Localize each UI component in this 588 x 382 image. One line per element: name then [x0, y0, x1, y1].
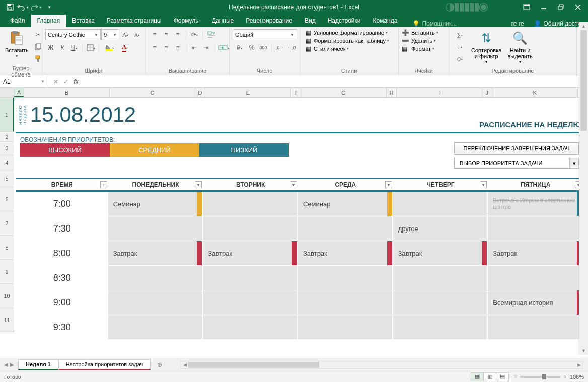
decrease-font-icon[interactable]: A▾	[131, 29, 142, 40]
redo-icon[interactable]: ▼	[30, 2, 42, 13]
schedule-cell[interactable]	[203, 266, 297, 290]
column-day[interactable]: ПЯТНИЦА▾▾	[488, 179, 583, 190]
schedule-cell[interactable]: Завтрак	[488, 241, 582, 265]
align-left-icon[interactable]: ≡	[149, 42, 160, 53]
priority-select[interactable]: ВЫБОР ПРИОРИТЕТА ЗАДАЧИ▾	[454, 158, 579, 169]
horizontal-scrollbar[interactable]: ◀ ▶	[181, 361, 583, 369]
find-select-button[interactable]: 🔍 Найти и выделить▼	[505, 29, 534, 65]
schedule-cell[interactable]	[298, 216, 392, 241]
row-header[interactable]: 6	[0, 187, 14, 211]
minimize-icon[interactable]	[536, 2, 552, 13]
zoom-level[interactable]: 106%	[570, 374, 584, 380]
schedule-cell[interactable]	[203, 216, 297, 241]
zoom-slider[interactable]	[520, 376, 560, 378]
align-middle-icon[interactable]: ≡	[161, 29, 172, 40]
filter-icon[interactable]: ▾	[480, 181, 487, 188]
schedule-cell[interactable]	[108, 290, 202, 315]
row-header[interactable]: 9	[0, 260, 14, 284]
schedule-cell[interactable]	[298, 315, 392, 339]
increase-font-icon[interactable]: A▴	[120, 29, 131, 40]
col-header[interactable]: C	[110, 88, 195, 97]
schedule-cell[interactable]	[108, 315, 202, 339]
scroll-right-icon[interactable]: ▶	[575, 361, 582, 368]
schedule-cell[interactable]: Завтрак	[298, 241, 392, 265]
zoom-out-icon[interactable]: −	[514, 374, 517, 380]
comma-format-icon[interactable]: 000	[258, 42, 269, 53]
schedule-cell[interactable]	[108, 266, 202, 290]
restore-icon[interactable]	[553, 2, 569, 13]
filter-icon[interactable]: ↕	[100, 181, 107, 188]
enter-formula-icon[interactable]: ✓	[61, 78, 70, 85]
column-day[interactable]: ВТОРНИК▾	[203, 179, 298, 190]
align-bottom-icon[interactable]: ≡	[172, 29, 183, 40]
select-all-corner[interactable]	[0, 88, 14, 97]
normal-view-icon[interactable]: ▦	[471, 372, 484, 381]
row-header[interactable]: 5	[0, 170, 14, 187]
tab-team[interactable]: Команда	[367, 15, 404, 27]
underline-button[interactable]: Ч▾	[68, 42, 80, 53]
page-break-view-icon[interactable]: ▤	[496, 372, 509, 381]
sort-filter-button[interactable]: ⇅ Сортировка и фильтр▼	[469, 29, 503, 65]
col-header[interactable]: F	[291, 88, 301, 97]
time-cell[interactable]: 7:00	[16, 192, 108, 216]
row-header[interactable]: 10	[0, 284, 14, 308]
col-header[interactable]: E	[205, 88, 291, 97]
schedule-cell[interactable]: Семинар	[108, 192, 202, 216]
format-cells-button[interactable]: ▦Формат▾	[402, 45, 434, 52]
tab-insert[interactable]: Вставка	[66, 15, 101, 27]
bold-button[interactable]: Ж	[45, 42, 56, 53]
decrease-indent-icon[interactable]: ⇤	[189, 42, 200, 53]
row-header[interactable]: 8	[0, 236, 14, 260]
tab-addons[interactable]: Надстройки	[322, 15, 367, 27]
col-header[interactable]: B	[24, 88, 110, 97]
vertical-scrollbar[interactable]: ▲ ▼	[579, 22, 588, 355]
time-cell[interactable]: 8:00	[16, 241, 108, 265]
tab-view[interactable]: Вид	[299, 15, 322, 27]
increase-indent-icon[interactable]: ⇥	[200, 42, 211, 53]
scroll-thumb[interactable]	[580, 30, 587, 131]
close-icon[interactable]	[570, 2, 586, 13]
sheet-nav-next-icon[interactable]: ▶	[10, 362, 14, 367]
save-icon[interactable]	[4, 2, 16, 13]
tell-me-search[interactable]: 💡 Помощник...	[412, 20, 457, 27]
schedule-cell[interactable]: Семинар	[298, 192, 392, 216]
schedule-cell[interactable]	[298, 266, 392, 290]
col-header[interactable]: H	[387, 88, 397, 97]
tab-formulas[interactable]: Формулы	[168, 15, 206, 27]
schedule-cell[interactable]	[488, 216, 582, 241]
schedule-cell[interactable]	[108, 216, 202, 241]
user-name[interactable]: re re	[511, 20, 524, 27]
tab-home[interactable]: Главная	[31, 15, 66, 27]
tab-data[interactable]: Данные	[206, 15, 240, 27]
orientation-icon[interactable]: ⟳▾	[189, 29, 200, 40]
schedule-cell[interactable]: другое	[393, 216, 487, 241]
time-cell[interactable]: 9:00	[16, 290, 108, 315]
column-day[interactable]: ПОНЕДЕЛЬНИК▾	[108, 179, 203, 190]
font-size-combo[interactable]: 9▼	[101, 29, 119, 40]
align-top-icon[interactable]: ≡	[149, 29, 160, 40]
filter-icon[interactable]: ▾	[290, 181, 297, 188]
decrease-decimal-icon[interactable]: ←,0	[286, 42, 297, 53]
delete-cells-button[interactable]: ➖Удалить▾	[402, 37, 436, 44]
fill-icon[interactable]: ↓▾	[452, 41, 467, 52]
row-header[interactable]: 3	[0, 142, 14, 155]
fx-icon[interactable]: fx	[71, 78, 81, 85]
schedule-cell[interactable]: Завтрак	[108, 241, 202, 265]
scroll-thumb[interactable]	[188, 362, 319, 368]
schedule-cell[interactable]	[393, 266, 487, 290]
scroll-left-icon[interactable]: ◀	[181, 361, 188, 368]
schedule-cell[interactable]: Завтрак	[393, 241, 487, 265]
row-header[interactable]: 11	[0, 308, 14, 332]
col-header[interactable]: J	[482, 88, 492, 97]
chevron-down-icon[interactable]: ▾	[569, 158, 578, 168]
font-name-combo[interactable]: Century Gothic▼	[45, 29, 101, 40]
schedule-cell[interactable]: Встреча с Игорем в спортивном центре	[488, 192, 582, 216]
increase-decimal-icon[interactable]: ,0→	[274, 42, 285, 53]
worksheet[interactable]: 1 2 3 4 5 6 7 8 9 10 11 НАЧАЛО НЕДЕЛИ 15…	[0, 98, 588, 357]
wrap-text-icon[interactable]	[205, 29, 218, 40]
row-header[interactable]: 1	[0, 98, 14, 132]
ribbon-options-icon[interactable]	[519, 2, 535, 13]
chevron-down-icon[interactable]: ▼	[41, 79, 45, 84]
col-header[interactable]: A	[14, 88, 24, 97]
schedule-cell[interactable]	[488, 315, 582, 339]
